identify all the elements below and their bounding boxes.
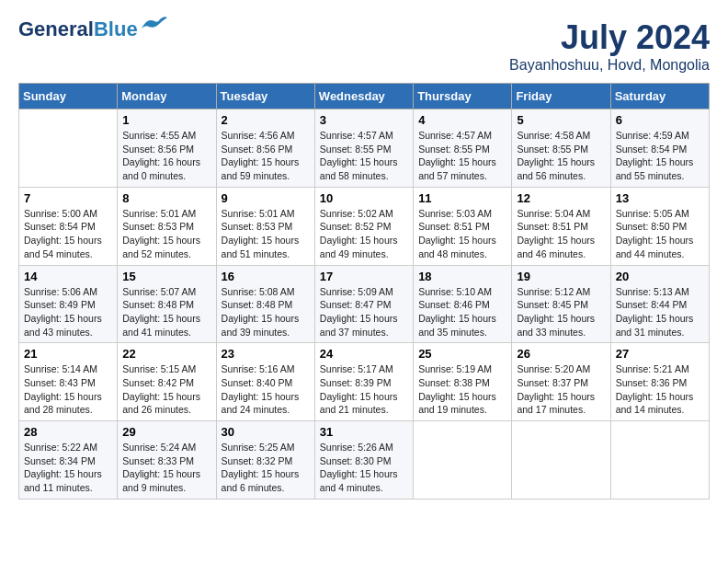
calendar-cell bbox=[19, 109, 118, 188]
day-number: 12 bbox=[517, 191, 605, 205]
location-title: Bayanhoshuu, Hovd, Mongolia bbox=[509, 57, 710, 74]
calendar-cell: 23Sunrise: 5:16 AMSunset: 8:40 PMDayligh… bbox=[216, 343, 314, 421]
day-number: 2 bbox=[222, 113, 310, 127]
day-number: 15 bbox=[122, 270, 210, 283]
day-number: 31 bbox=[320, 425, 408, 439]
calendar-cell: 24Sunrise: 5:17 AMSunset: 8:39 PMDayligh… bbox=[314, 343, 413, 421]
logo-bird-icon bbox=[140, 16, 167, 36]
weekday-header-thursday: Thursday bbox=[414, 84, 512, 109]
calendar-cell: 15Sunrise: 5:07 AMSunset: 8:48 PMDayligh… bbox=[118, 265, 216, 343]
cell-content: Sunrise: 5:24 AMSunset: 8:33 PMDaylight:… bbox=[122, 441, 210, 495]
calendar-week-3: 14Sunrise: 5:06 AMSunset: 8:49 PMDayligh… bbox=[19, 265, 710, 343]
cell-content: Sunrise: 5:04 AMSunset: 8:51 PMDaylight:… bbox=[517, 207, 605, 261]
calendar-cell: 1Sunrise: 4:55 AMSunset: 8:56 PMDaylight… bbox=[118, 109, 216, 188]
day-number: 8 bbox=[122, 191, 210, 205]
calendar-cell: 3Sunrise: 4:57 AMSunset: 8:55 PMDaylight… bbox=[314, 109, 413, 188]
day-number: 27 bbox=[616, 347, 704, 361]
cell-content: Sunrise: 5:12 AMSunset: 8:45 PMDaylight:… bbox=[517, 285, 605, 339]
logo-blue: Blue bbox=[94, 17, 138, 40]
cell-content: Sunrise: 5:19 AMSunset: 8:38 PMDaylight:… bbox=[418, 362, 506, 417]
day-number: 5 bbox=[517, 113, 605, 127]
cell-content: Sunrise: 4:57 AMSunset: 8:55 PMDaylight:… bbox=[418, 129, 506, 183]
cell-content: Sunrise: 5:05 AMSunset: 8:50 PMDaylight:… bbox=[616, 207, 704, 261]
calendar-cell: 22Sunrise: 5:15 AMSunset: 8:42 PMDayligh… bbox=[118, 343, 216, 421]
calendar-cell: 13Sunrise: 5:05 AMSunset: 8:50 PMDayligh… bbox=[610, 187, 709, 265]
cell-content: Sunrise: 5:02 AMSunset: 8:52 PMDaylight:… bbox=[320, 207, 408, 261]
cell-content: Sunrise: 5:14 AMSunset: 8:43 PMDaylight:… bbox=[24, 362, 112, 417]
day-number: 1 bbox=[122, 113, 210, 127]
cell-content: Sunrise: 5:09 AMSunset: 8:47 PMDaylight:… bbox=[320, 285, 408, 339]
day-number: 22 bbox=[122, 347, 210, 361]
day-number: 3 bbox=[320, 113, 408, 127]
calendar-cell bbox=[512, 421, 610, 500]
weekday-header-monday: Monday bbox=[118, 84, 216, 109]
cell-content: Sunrise: 5:08 AMSunset: 8:48 PMDaylight:… bbox=[222, 285, 310, 339]
cell-content: Sunrise: 4:58 AMSunset: 8:55 PMDaylight:… bbox=[517, 129, 605, 183]
cell-content: Sunrise: 5:03 AMSunset: 8:51 PMDaylight:… bbox=[418, 207, 506, 261]
calendar-table: SundayMondayTuesdayWednesdayThursdayFrid… bbox=[18, 83, 710, 500]
logo-text: GeneralBlue bbox=[18, 18, 138, 40]
calendar-cell: 10Sunrise: 5:02 AMSunset: 8:52 PMDayligh… bbox=[314, 187, 413, 265]
cell-content: Sunrise: 5:01 AMSunset: 8:53 PMDaylight:… bbox=[222, 207, 310, 261]
calendar-cell: 12Sunrise: 5:04 AMSunset: 8:51 PMDayligh… bbox=[512, 187, 610, 265]
calendar-cell: 9Sunrise: 5:01 AMSunset: 8:53 PMDaylight… bbox=[216, 187, 314, 265]
day-number: 4 bbox=[418, 113, 506, 127]
calendar-cell: 2Sunrise: 4:56 AMSunset: 8:56 PMDaylight… bbox=[216, 109, 314, 188]
cell-content: Sunrise: 5:26 AMSunset: 8:30 PMDaylight:… bbox=[320, 441, 408, 495]
weekday-header-friday: Friday bbox=[512, 84, 610, 109]
calendar-cell: 16Sunrise: 5:08 AMSunset: 8:48 PMDayligh… bbox=[216, 265, 314, 343]
calendar-header: SundayMondayTuesdayWednesdayThursdayFrid… bbox=[19, 84, 710, 109]
day-number: 21 bbox=[24, 347, 112, 361]
calendar-cell bbox=[414, 421, 512, 500]
cell-content: Sunrise: 5:25 AMSunset: 8:32 PMDaylight:… bbox=[222, 441, 310, 495]
day-number: 7 bbox=[24, 191, 112, 205]
calendar-cell: 27Sunrise: 5:21 AMSunset: 8:36 PMDayligh… bbox=[610, 343, 709, 421]
weekday-header-saturday: Saturday bbox=[610, 84, 709, 109]
day-number: 10 bbox=[320, 191, 408, 205]
calendar-cell: 17Sunrise: 5:09 AMSunset: 8:47 PMDayligh… bbox=[314, 265, 413, 343]
cell-content: Sunrise: 4:57 AMSunset: 8:55 PMDaylight:… bbox=[320, 129, 408, 183]
calendar-cell: 7Sunrise: 5:00 AMSunset: 8:54 PMDaylight… bbox=[19, 187, 118, 265]
calendar-cell: 20Sunrise: 5:13 AMSunset: 8:44 PMDayligh… bbox=[610, 265, 709, 343]
day-number: 13 bbox=[616, 191, 704, 205]
calendar-cell: 6Sunrise: 4:59 AMSunset: 8:54 PMDaylight… bbox=[610, 109, 709, 188]
calendar-week-1: 1Sunrise: 4:55 AMSunset: 8:56 PMDaylight… bbox=[19, 109, 710, 188]
calendar-body: 1Sunrise: 4:55 AMSunset: 8:56 PMDaylight… bbox=[19, 109, 710, 500]
month-title: July 2024 bbox=[509, 18, 710, 57]
day-number: 16 bbox=[222, 270, 310, 283]
day-number: 9 bbox=[222, 191, 310, 205]
calendar-cell: 5Sunrise: 4:58 AMSunset: 8:55 PMDaylight… bbox=[512, 109, 610, 188]
cell-content: Sunrise: 5:13 AMSunset: 8:44 PMDaylight:… bbox=[616, 285, 704, 339]
weekday-header-wednesday: Wednesday bbox=[314, 84, 413, 109]
calendar-cell: 26Sunrise: 5:20 AMSunset: 8:37 PMDayligh… bbox=[512, 343, 610, 421]
day-number: 20 bbox=[616, 270, 704, 283]
cell-content: Sunrise: 5:07 AMSunset: 8:48 PMDaylight:… bbox=[122, 285, 210, 339]
calendar-cell: 8Sunrise: 5:01 AMSunset: 8:53 PMDaylight… bbox=[118, 187, 216, 265]
day-number: 19 bbox=[517, 270, 605, 283]
day-number: 23 bbox=[222, 347, 310, 361]
calendar-cell: 25Sunrise: 5:19 AMSunset: 8:38 PMDayligh… bbox=[414, 343, 512, 421]
day-number: 14 bbox=[24, 270, 112, 283]
calendar-cell bbox=[610, 421, 709, 500]
cell-content: Sunrise: 5:10 AMSunset: 8:46 PMDaylight:… bbox=[418, 285, 506, 339]
day-number: 30 bbox=[222, 425, 310, 439]
calendar-week-5: 28Sunrise: 5:22 AMSunset: 8:34 PMDayligh… bbox=[19, 421, 710, 500]
cell-content: Sunrise: 5:01 AMSunset: 8:53 PMDaylight:… bbox=[122, 207, 210, 261]
day-number: 24 bbox=[320, 347, 408, 361]
day-number: 29 bbox=[122, 425, 210, 439]
cell-content: Sunrise: 4:56 AMSunset: 8:56 PMDaylight:… bbox=[222, 129, 310, 183]
day-number: 26 bbox=[517, 347, 605, 361]
cell-content: Sunrise: 5:17 AMSunset: 8:39 PMDaylight:… bbox=[320, 362, 408, 417]
calendar-week-2: 7Sunrise: 5:00 AMSunset: 8:54 PMDaylight… bbox=[19, 187, 710, 265]
cell-content: Sunrise: 5:06 AMSunset: 8:49 PMDaylight:… bbox=[24, 285, 112, 339]
cell-content: Sunrise: 5:22 AMSunset: 8:34 PMDaylight:… bbox=[24, 441, 112, 495]
cell-content: Sunrise: 5:21 AMSunset: 8:36 PMDaylight:… bbox=[616, 362, 704, 417]
cell-content: Sunrise: 4:55 AMSunset: 8:56 PMDaylight:… bbox=[122, 129, 210, 183]
cell-content: Sunrise: 4:59 AMSunset: 8:54 PMDaylight:… bbox=[616, 129, 704, 183]
cell-content: Sunrise: 5:00 AMSunset: 8:54 PMDaylight:… bbox=[24, 207, 112, 261]
calendar-cell: 28Sunrise: 5:22 AMSunset: 8:34 PMDayligh… bbox=[19, 421, 118, 500]
day-number: 28 bbox=[24, 425, 112, 439]
day-number: 18 bbox=[418, 270, 506, 283]
page-header: GeneralBlue July 2024 Bayanhoshuu, Hovd,… bbox=[18, 18, 710, 74]
calendar-cell: 31Sunrise: 5:26 AMSunset: 8:30 PMDayligh… bbox=[314, 421, 413, 500]
